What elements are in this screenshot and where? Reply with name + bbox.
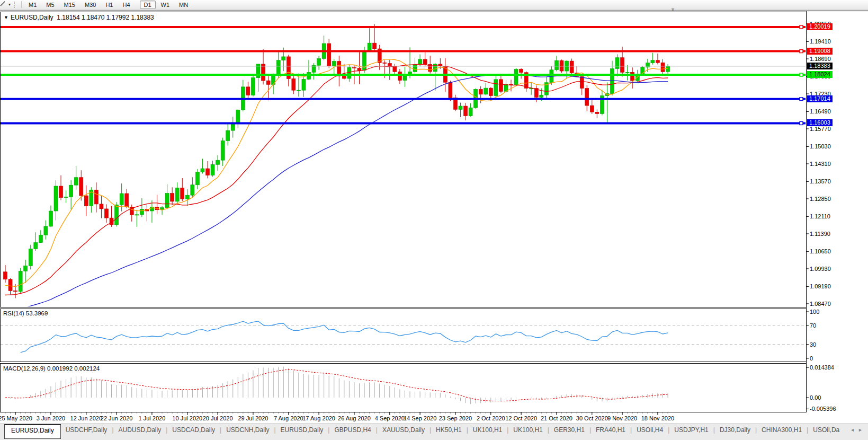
candle-body <box>39 235 42 242</box>
mt4-chart-window: ▾ M1M5M15M30H1H4D1W1MN ▼ ▼EURUSD,Daily 1… <box>0 0 868 440</box>
candle-body <box>297 90 300 91</box>
candle-body <box>479 89 482 94</box>
candle-body <box>262 64 265 81</box>
tab-scroll-right-icon[interactable]: ► <box>858 427 866 433</box>
candle-body <box>357 68 361 71</box>
candle-body <box>292 79 296 91</box>
candle-body <box>221 141 225 161</box>
candle-body <box>29 249 32 266</box>
chart-tab-eurusd-daily[interactable]: EURUSD,Daily <box>276 424 328 438</box>
candle-body <box>24 266 28 271</box>
chart-tab-usdcad-daily[interactable]: USDCAD,Daily <box>167 424 220 438</box>
date-axis-label: 30 Oct 2020 <box>576 415 608 421</box>
candle-body <box>181 188 184 199</box>
rsi-axis-label: 0 <box>810 355 813 362</box>
chart-tab-dj30-daily[interactable]: DJ30,Daily <box>715 424 755 438</box>
chart-tab-usdjpy-h1[interactable]: USDJPY,H1 <box>669 424 713 438</box>
candle-body <box>352 67 356 68</box>
tab-scroll-left-icon[interactable]: ◄ <box>850 427 858 433</box>
candle-body <box>413 65 417 72</box>
candle-body <box>14 291 17 292</box>
chart-tab-china300-h1[interactable]: CHINA300,H1 <box>757 424 807 438</box>
candle-body <box>514 69 518 84</box>
price-axis-label: 1.09190 <box>810 283 831 289</box>
moving-average-line-ma_fast <box>5 59 668 287</box>
candle-body <box>464 106 468 116</box>
date-axis-label: 3 Jun 2020 <box>37 415 65 421</box>
date-axis-label: 22 Jun 2020 <box>101 415 133 421</box>
candle-body <box>59 186 63 198</box>
candle-body <box>44 226 48 235</box>
candle-body <box>403 75 407 81</box>
chart-tab-fra40-h1[interactable]: FRA40,H1 <box>591 424 630 438</box>
chart-tab-hk50-h1[interactable]: HK50,H1 <box>431 424 467 438</box>
candle-body <box>423 59 427 64</box>
chart-tab-uk100-h1[interactable]: UK100,H1 <box>508 424 547 438</box>
rsi-layer <box>1 321 806 353</box>
candle-body <box>585 89 589 106</box>
collapse-icon[interactable]: ▼ <box>4 15 8 20</box>
candle-body <box>79 178 83 196</box>
candle-body <box>94 190 98 204</box>
candle-body <box>120 193 123 205</box>
level-line-handle[interactable] <box>800 50 803 53</box>
candle-body <box>64 197 68 197</box>
candle-body <box>489 88 493 95</box>
chart-tab-xauusd-daily[interactable]: XAUUSD,Daily <box>378 424 429 438</box>
candle-body <box>276 60 280 75</box>
candle-body <box>368 43 371 50</box>
candle-body <box>211 164 214 175</box>
current-price-badge: 1.18383 <box>807 63 833 69</box>
candle-body <box>327 43 331 66</box>
chart-tab-uk100-h1[interactable]: UK100,H1 <box>468 424 507 438</box>
chart-tab-usoil-da[interactable]: USOil,Da <box>808 424 844 438</box>
main-pane-border <box>1 12 807 307</box>
level-line-handle[interactable] <box>800 25 803 29</box>
candle-body <box>231 124 235 130</box>
candle-body <box>266 81 270 84</box>
chart-tab-eurusd-daily[interactable]: EURUSD,Daily <box>4 424 61 439</box>
date-axis-label: 9 Nov 2020 <box>607 415 637 421</box>
date-axis-label: 17 Aug 2020 <box>302 415 335 421</box>
level-line-handle[interactable] <box>800 121 803 125</box>
date-axis-label: 29 Jul 2020 <box>238 415 268 421</box>
candle-body <box>282 57 285 60</box>
price-axis-label: 1.10650 <box>810 248 831 254</box>
date-axis-label: 20 Jul 2020 <box>203 415 233 421</box>
chart-tab-ger30-h1[interactable]: GER30,H1 <box>549 424 589 438</box>
chart-canvas[interactable] <box>0 0 868 423</box>
candle-body <box>580 76 584 88</box>
candle-body <box>317 59 321 66</box>
candle-body <box>115 205 119 225</box>
candle-body <box>246 87 250 95</box>
macd-axis-label: 0.00 <box>810 394 821 401</box>
chart-tab-usdchf-daily[interactable]: USDCHF,Daily <box>61 424 112 438</box>
candles-layer[interactable] <box>0 24 806 310</box>
chart-tab-usdcnh-daily[interactable]: USDCNH,Daily <box>221 424 274 438</box>
candle-body <box>34 243 38 249</box>
candle-body <box>520 69 523 72</box>
price-axis-label: 1.08470 <box>810 301 831 307</box>
candle-body <box>651 60 655 63</box>
level-price-badge: 1.16003 <box>807 119 833 126</box>
level-line-handle[interactable] <box>800 73 803 76</box>
date-axis-label: 4 Sep 2020 <box>375 415 405 421</box>
chart-tab-audusd-daily[interactable]: AUDUSD,Daily <box>114 424 166 438</box>
level-line-handle[interactable] <box>800 98 803 101</box>
candle-body <box>236 110 240 124</box>
price-axis-label: 1.12110 <box>810 213 830 219</box>
macd-axis-label: 0.014384 <box>810 364 834 371</box>
macd-layer <box>5 367 668 404</box>
symbol-tab-bar: EURUSD,DailyUSDCHF,Daily|AUDUSD,Daily|US… <box>0 424 868 440</box>
date-axis-label: 26 Aug 2020 <box>338 415 371 421</box>
chart-tab-gbpusd-h4[interactable]: GBPUSD,H4 <box>329 424 375 438</box>
candle-body <box>393 66 397 72</box>
chart-tab-usoil-h4[interactable]: USOil,H4 <box>632 424 668 438</box>
candle-body <box>135 215 139 215</box>
candle-body <box>84 196 88 206</box>
candle-body <box>54 186 58 211</box>
tab-scroll-arrows: ◄► <box>850 427 866 433</box>
price-axis-label: 1.14310 <box>810 161 831 167</box>
price-axis-label: 1.13570 <box>810 178 831 184</box>
date-axis-label: 25 May 2020 <box>0 415 32 421</box>
